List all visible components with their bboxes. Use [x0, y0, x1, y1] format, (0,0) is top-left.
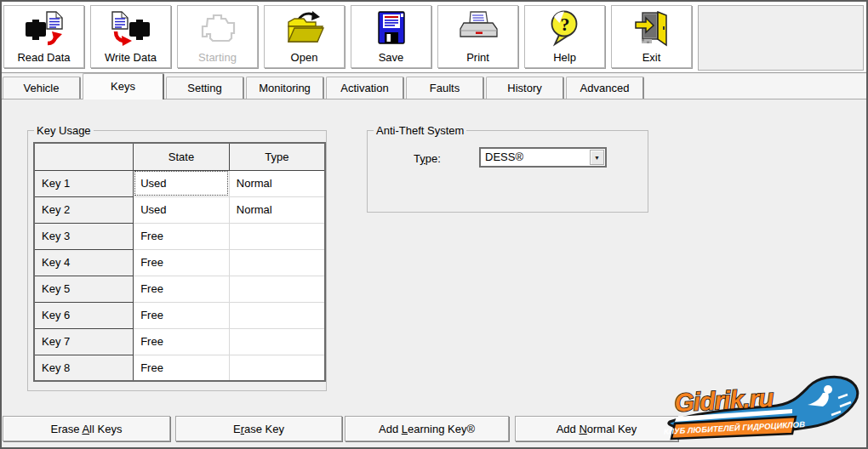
type-column-header: Type	[229, 143, 325, 170]
toolbar-filler-panel	[698, 5, 864, 71]
label-post: ll Keys	[89, 423, 122, 435]
tab-keys[interactable]: Keys	[83, 73, 164, 99]
tab-activation[interactable]: Activation	[326, 77, 404, 99]
key-type-cell[interactable]: Normal	[229, 170, 325, 196]
tab-history[interactable]: History	[486, 77, 564, 99]
printer-icon	[458, 9, 499, 48]
tab-faults[interactable]: Faults	[406, 77, 484, 99]
key-type-cell[interactable]	[229, 328, 325, 355]
key-row: Key 7Free	[34, 328, 325, 355]
key-row: Key 2UsedNormal	[34, 196, 325, 223]
key-type-cell[interactable]	[229, 276, 325, 302]
key-usage-group-title: Key Usage	[34, 124, 94, 137]
tab-monitoring[interactable]: Monitoring	[246, 77, 324, 99]
chevron-down-icon: ▼	[594, 155, 600, 161]
key-row-header: Key 8	[34, 355, 134, 381]
label-pre: Erase	[51, 423, 83, 435]
key-state-cell[interactable]: Free	[134, 276, 230, 302]
key-state-cell[interactable]: Used	[134, 196, 230, 223]
corner-header-cell	[34, 143, 134, 170]
help-label: Help	[553, 52, 576, 64]
key-usage-header-row: State Type	[34, 143, 325, 170]
label-pre: Add	[557, 423, 580, 435]
key-row: Key 5Free	[34, 276, 325, 302]
key-type-cell[interactable]	[229, 249, 325, 276]
logo-title: Gidrik.ru	[674, 384, 774, 417]
key-row-header: Key 2	[34, 196, 134, 223]
read-data-icon	[24, 9, 65, 48]
open-label: Open	[291, 52, 318, 64]
anti-theft-group: Anti-Theft System Type: DESS® ▼	[367, 130, 648, 213]
read-data-label: Read Data	[17, 52, 70, 64]
open-folder-icon	[284, 9, 325, 48]
help-bubble-icon: ?	[545, 9, 585, 48]
exit-label: Exit	[642, 52, 661, 64]
exit-button[interactable]: Exit	[611, 5, 692, 68]
label-mnemonic: A	[82, 423, 89, 435]
gidrik-logo: Gidrik.ru КЛУБ ЛЮБИТЕЛЕЙ ГИДРОЦИКЛОВ	[663, 372, 865, 444]
starting-label: Starting	[198, 52, 237, 64]
key-row-header: Key 1	[34, 170, 134, 196]
tab-strip: Vehicle Keys Setting Monitoring Activati…	[2, 74, 866, 99]
anti-theft-type-select[interactable]: DESS® ▼	[479, 147, 607, 168]
write-data-button[interactable]: Write Data	[90, 5, 171, 68]
label-mnemonic: L	[402, 423, 408, 435]
dropdown-arrow-button[interactable]: ▼	[590, 150, 604, 165]
key-state-cell[interactable]: Free	[134, 302, 230, 328]
label-pre: E	[233, 423, 241, 435]
key-type-cell[interactable]: Normal	[229, 196, 325, 223]
key-state-cell[interactable]: Used	[134, 170, 230, 196]
engine-icon	[197, 9, 238, 48]
floppy-disk-icon	[371, 9, 412, 48]
key-row-header: Key 3	[34, 223, 134, 249]
label-pre: Add	[379, 423, 402, 435]
exit-door-icon	[631, 9, 672, 48]
state-column-header: State	[134, 143, 230, 170]
key-usage-table: State Type Key 1UsedNormalKey 2UsedNorma…	[33, 142, 326, 382]
open-button[interactable]: Open	[264, 5, 345, 68]
key-state-cell[interactable]: Free	[134, 355, 230, 381]
key-row: Key 3Free	[34, 223, 325, 249]
key-usage-rows: Key 1UsedNormalKey 2UsedNormalKey 3FreeK…	[34, 170, 325, 381]
print-button[interactable]: Print	[437, 5, 518, 68]
label-post: ase Key	[244, 423, 284, 435]
print-label: Print	[466, 52, 489, 64]
type-label-post: pe:	[425, 152, 441, 165]
erase-all-keys-label: Erase All Keys	[51, 423, 123, 435]
key-state-cell[interactable]: Free	[134, 328, 230, 355]
erase-all-keys-button[interactable]: Erase All Keys	[3, 416, 170, 441]
add-normal-key-label: Add Normal Key	[557, 423, 637, 435]
key-row: Key 8Free	[34, 355, 325, 381]
key-row: Key 4Free	[34, 249, 325, 276]
anti-theft-group-title: Anti-Theft System	[374, 124, 466, 137]
tab-setting[interactable]: Setting	[166, 77, 244, 99]
read-data-button[interactable]: Read Data	[3, 5, 84, 68]
key-row-header: Key 4	[34, 249, 134, 276]
tab-vehicle[interactable]: Vehicle	[3, 77, 81, 99]
save-button[interactable]: Save	[351, 5, 431, 68]
key-state-cell[interactable]: Free	[134, 223, 230, 249]
anti-theft-type-value: DESS®	[485, 151, 523, 164]
add-learning-key-button[interactable]: Add Learning Key®	[345, 416, 509, 441]
starting-button: Starting	[177, 5, 258, 68]
key-row: Key 6Free	[34, 302, 325, 328]
key-row-header: Key 5	[34, 276, 134, 302]
save-label: Save	[379, 52, 404, 64]
key-state-cell[interactable]: Free	[134, 249, 230, 276]
add-normal-key-button[interactable]: Add Normal Key	[515, 416, 678, 441]
key-type-cell[interactable]	[229, 302, 325, 328]
add-learning-key-label: Add Learning Key®	[379, 423, 475, 435]
erase-key-label: Erase Key	[233, 423, 284, 435]
key-type-cell[interactable]	[229, 355, 325, 381]
tab-advanced[interactable]: Advanced	[566, 77, 644, 99]
key-type-cell[interactable]	[229, 223, 325, 249]
anti-theft-type-label: Type:	[414, 152, 441, 165]
key-row-header: Key 7	[34, 328, 134, 355]
toolbar: Read Data Write Data Starting	[2, 2, 866, 73]
label-post: ormal Key	[587, 423, 637, 435]
help-button[interactable]: ? Help	[524, 5, 605, 68]
erase-key-button[interactable]: Erase Key	[175, 416, 342, 441]
write-data-label: Write Data	[105, 52, 157, 64]
key-row: Key 1UsedNormal	[34, 170, 325, 196]
svg-text:?: ?	[560, 14, 569, 35]
